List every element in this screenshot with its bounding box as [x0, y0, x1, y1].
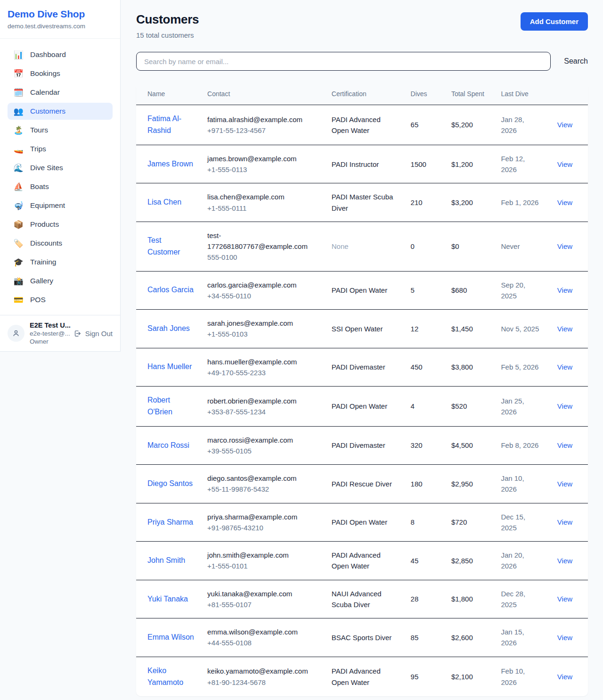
view-link[interactable]: View: [557, 673, 572, 681]
customer-total-spent: $0: [446, 222, 495, 271]
sidebar-item-boats[interactable]: ⛵ Boats: [8, 178, 113, 195]
customer-name-link[interactable]: Hans Mueller: [147, 362, 192, 371]
customer-dives: 210: [405, 183, 446, 222]
customer-phone: +1-555-0103: [207, 329, 320, 339]
sidebar-item-label: Dashboard: [30, 50, 66, 59]
sidebar-item-label: Tours: [30, 126, 48, 134]
people-icon: 👥: [13, 107, 24, 115]
customer-dives: 28: [405, 580, 446, 618]
customer-name-link[interactable]: Lisa Chen: [147, 198, 181, 206]
customer-email: lisa.chen@example.com: [207, 191, 320, 202]
sidebar-item-trips[interactable]: 🚤 Trips: [8, 140, 113, 157]
customer-dives: 0: [405, 222, 446, 271]
table-row: Priya Sharma priya.sharma@example.com +9…: [136, 503, 588, 542]
sidebar-item-discounts[interactable]: 🏷️ Discounts: [8, 235, 113, 252]
island-icon: 🏝️: [13, 126, 24, 134]
customer-total-spent: $720: [446, 503, 495, 542]
sidebar-item-equipment[interactable]: 🤿 Equipment: [8, 197, 113, 214]
customer-total-spent: $2,100: [446, 657, 495, 696]
customer-name-link[interactable]: Priya Sharma: [147, 518, 193, 526]
customer-name-link[interactable]: Emma Wilson: [147, 633, 194, 641]
customer-email: fatima.alrashid@example.com: [207, 114, 320, 125]
customer-name-link[interactable]: John Smith: [147, 556, 185, 564]
package-icon: 📦: [13, 221, 24, 229]
customer-phone: 555-0100: [207, 252, 320, 263]
customer-phone: +44-555-0108: [207, 637, 320, 648]
customer-phone: +353-87-555-1234: [207, 406, 320, 417]
sidebar-item-dashboard[interactable]: 📊 Dashboard: [8, 46, 113, 63]
view-link[interactable]: View: [557, 634, 572, 642]
diving-mask-icon: 🤿: [13, 202, 24, 210]
view-link[interactable]: View: [557, 286, 572, 294]
sidebar-item-bookings[interactable]: 📅 Bookings: [8, 65, 113, 82]
spiral-calendar-icon: 🗓️: [13, 89, 24, 97]
table-row: Hans Mueller hans.mueller@example.com +4…: [136, 348, 588, 387]
sidebar-nav: 📊 Dashboard 📅 Bookings 🗓️ Calendar 👥 Cus…: [0, 39, 120, 315]
customer-email: yuki.tanaka@example.com: [207, 588, 320, 599]
customer-phone: +1-555-0101: [207, 560, 320, 571]
customer-certification: PADI Advanced Open Water: [326, 105, 405, 145]
sidebar-item-products[interactable]: 📦 Products: [8, 216, 113, 233]
customer-name-link[interactable]: Marco Rossi: [147, 441, 189, 449]
customer-name-link[interactable]: Fatima Al-Rashid: [147, 115, 181, 134]
customer-certification: PADI Advanced Open Water: [326, 542, 405, 580]
customer-dives: 450: [405, 348, 446, 387]
sidebar-item-gallery[interactable]: 📸 Gallery: [8, 272, 113, 289]
view-link[interactable]: View: [557, 441, 572, 449]
customer-email: hans.mueller@example.com: [207, 356, 320, 367]
customer-email: sarah.jones@example.com: [207, 318, 320, 329]
customer-last-dive: Feb 8, 2026: [495, 426, 545, 465]
customer-last-dive: Dec 28, 2025: [495, 580, 545, 618]
sidebar-item-pos[interactable]: 💳 POS: [8, 291, 113, 308]
view-link[interactable]: View: [557, 160, 572, 168]
sidebar-item-dive-sites[interactable]: 🌊 Dive Sites: [8, 159, 113, 176]
add-customer-button[interactable]: Add Customer: [521, 12, 588, 31]
sidebar-item-tours[interactable]: 🏝️ Tours: [8, 122, 113, 139]
view-link[interactable]: View: [557, 518, 572, 526]
user-icon: [12, 329, 20, 338]
sidebar-item-customers[interactable]: 👥 Customers: [8, 103, 113, 120]
sidebar: Demo Dive Shop demo.test.divestreams.com…: [0, 0, 121, 352]
sign-out-label: Sign Out: [85, 329, 113, 338]
customer-name-link[interactable]: Test Customer: [147, 236, 180, 256]
customer-last-dive: Jan 15, 2026: [495, 618, 545, 657]
table-header-row: Name Contact Certification Dives Total S…: [136, 83, 588, 105]
customer-name-link[interactable]: Robert O'Brien: [147, 396, 172, 416]
table-row: Robert O'Brien robert.obrien@example.com…: [136, 387, 588, 427]
search-button[interactable]: Search: [564, 57, 588, 66]
sign-out-button[interactable]: Sign Out: [73, 329, 113, 338]
view-link[interactable]: View: [557, 198, 572, 206]
search-input[interactable]: [136, 52, 551, 71]
customer-certification: PADI Divemaster: [326, 348, 405, 387]
customer-name-link[interactable]: James Brown: [147, 160, 193, 168]
customer-certification: BSAC Sports Diver: [326, 618, 405, 657]
view-link[interactable]: View: [557, 557, 572, 565]
sidebar-item-calendar[interactable]: 🗓️ Calendar: [8, 84, 113, 101]
view-link[interactable]: View: [557, 325, 572, 333]
customer-last-dive: Never: [495, 222, 545, 271]
view-link[interactable]: View: [557, 402, 572, 410]
customer-name-link[interactable]: Keiko Yamamoto: [147, 667, 183, 686]
customer-name-link[interactable]: Carlos Garcia: [147, 286, 194, 294]
view-link[interactable]: View: [557, 242, 572, 250]
brand-name: Demo Dive Shop: [8, 8, 113, 20]
sidebar-item-training[interactable]: 🎓 Training: [8, 254, 113, 271]
column-header-certification: Certification: [326, 83, 405, 105]
customer-total-spent: $1,450: [446, 310, 495, 348]
speedboat-icon: 🚤: [13, 145, 24, 153]
sidebar-item-label: Bookings: [30, 69, 60, 78]
customer-phone: +91-98765-43210: [207, 522, 320, 533]
customer-name-link[interactable]: Diego Santos: [147, 479, 193, 487]
customer-name-link[interactable]: Yuki Tanaka: [147, 595, 188, 603]
customer-email: james.brown@example.com: [207, 153, 320, 164]
customer-phone: +1-555-0111: [207, 203, 320, 214]
customer-certification: NAUI Advanced Scuba Diver: [326, 580, 405, 618]
view-link[interactable]: View: [557, 121, 572, 129]
view-link[interactable]: View: [557, 480, 572, 488]
view-link[interactable]: View: [557, 595, 572, 603]
sidebar-item-label: Products: [30, 220, 59, 229]
customer-name-link[interactable]: Sarah Jones: [147, 324, 190, 332]
view-link[interactable]: View: [557, 363, 572, 371]
customer-phone: +1-555-0113: [207, 164, 320, 175]
column-header-dives: Dives: [405, 83, 446, 105]
